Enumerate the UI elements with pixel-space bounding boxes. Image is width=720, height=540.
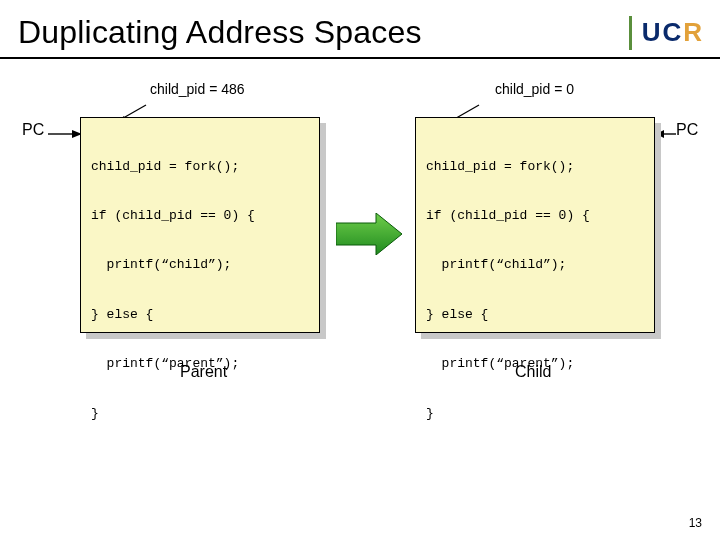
code-line: printf(“child”); [426,253,644,278]
pid-label-parent: child_pid = 486 [150,81,245,97]
caption-child: Child [515,363,551,381]
title-row: Duplicating Address Spaces U C R [0,0,720,57]
slide-number: 13 [689,516,702,530]
logo-letter-u: U [642,17,661,48]
code-line: if (child_pid == 0) { [91,204,309,229]
ucr-logo: U C R [629,16,702,50]
codebox-child: child_pid = fork(); if (child_pid == 0) … [415,117,655,333]
code-line: } else { [91,303,309,328]
pid-label-child: child_pid = 0 [495,81,574,97]
parent-column: child_pid = 486 child_pid = fork(); if (… [80,117,335,333]
logo-letter-c: C [662,17,681,48]
content-area: PC PC child_pid = 486 child_pid = fork()… [0,59,720,479]
code-line: } [91,402,309,427]
logo-letter-r: R [683,17,702,48]
pc-label-right: PC [676,121,698,139]
logo-bar-icon [629,16,632,50]
slide: Duplicating Address Spaces U C R PC PC c… [0,0,720,540]
svg-marker-9 [336,213,402,255]
child-column: child_pid = 0 child_pid = fork(); if (ch… [415,117,670,333]
pc-arrow-left-icon [48,129,82,139]
code-line: if (child_pid == 0) { [426,204,644,229]
code-line: } [426,402,644,427]
caption-parent: Parent [180,363,227,381]
pc-label-left: PC [22,121,44,139]
code-line: } else { [426,303,644,328]
code-line: child_pid = fork(); [91,155,309,180]
transition-arrow-icon [336,213,402,255]
code-line: child_pid = fork(); [426,155,644,180]
slide-title: Duplicating Address Spaces [18,14,422,51]
code-line: printf(“child”); [91,253,309,278]
codebox-parent: child_pid = fork(); if (child_pid == 0) … [80,117,320,333]
